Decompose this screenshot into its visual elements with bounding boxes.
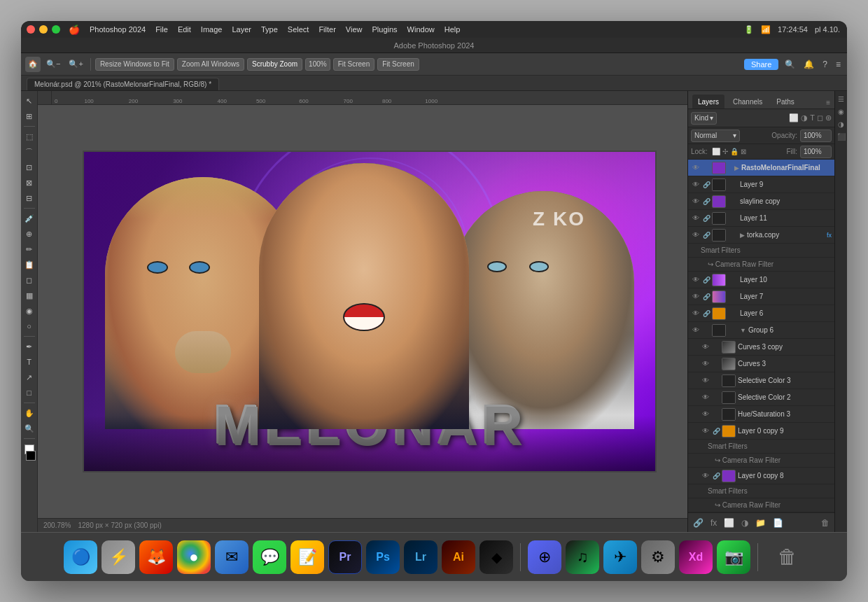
dock-discord[interactable]: ⊕ <box>528 540 561 574</box>
dock-settings[interactable]: ⚙ <box>641 540 675 574</box>
vis-19[interactable]: 👁 <box>701 471 710 481</box>
zoom-out-btn[interactable]: 🔍− <box>43 58 63 70</box>
vis-16[interactable]: 👁 <box>701 426 710 436</box>
panel-menu-icon[interactable]: ≡ <box>826 99 830 106</box>
layer-selcolor2[interactable]: 👁 Selective Color 2 <box>688 389 834 406</box>
healing-tool[interactable]: ⊕ <box>22 227 36 241</box>
group-arrow-0[interactable]: ▶ <box>734 164 739 172</box>
dock-finder[interactable]: 🔵 <box>64 540 97 574</box>
dock-lightroom[interactable]: Lr <box>404 540 438 574</box>
layers-icon[interactable]: ☰ <box>836 94 846 104</box>
dock-spotify[interactable]: ♫ <box>566 540 599 574</box>
filter-type-icon[interactable]: T <box>810 113 815 122</box>
group-arrow-10[interactable]: ▼ <box>740 327 746 334</box>
new-fill-adj-icon[interactable]: ◑ <box>739 517 750 529</box>
lock-position-icon[interactable]: ✢ <box>722 148 728 155</box>
dock-launchpad[interactable]: ⚡ <box>102 540 135 574</box>
filter-smart-icon[interactable]: ⊛ <box>825 113 832 122</box>
pen-tool[interactable]: ✒ <box>22 340 36 354</box>
layer-huesat3[interactable]: 👁 Hue/Saturation 3 <box>688 406 834 423</box>
dock-firefox[interactable]: 🦊 <box>139 540 173 574</box>
menu-layer[interactable]: Layer <box>227 24 255 35</box>
menu-view[interactable]: View <box>342 24 367 35</box>
dock-photoshop[interactable]: Ps <box>366 540 400 574</box>
smart-filters-1[interactable]: Smart Filters <box>688 244 834 258</box>
adjust-icon[interactable]: ◑ <box>836 119 846 129</box>
stamp-tool[interactable]: 📋 <box>22 258 36 272</box>
resize-windows-btn[interactable]: Resize Windows to Fit <box>95 58 174 71</box>
vis-14[interactable]: 👁 <box>701 393 710 402</box>
lock-pixels-icon[interactable]: ⬜ <box>712 148 720 155</box>
dock-trash[interactable]: 🗑 <box>771 540 804 574</box>
delete-layer-icon[interactable]: 🗑 <box>819 517 832 529</box>
notification-btn[interactable]: 🔔 <box>802 58 816 71</box>
blend-mode-select[interactable]: Normal ▾ <box>691 130 740 142</box>
menu-edit[interactable]: Edit <box>174 24 195 35</box>
vis-8[interactable]: 👁 <box>691 292 701 302</box>
close-button[interactable] <box>27 25 35 34</box>
vis-9[interactable]: 👁 <box>691 309 701 318</box>
menu-window[interactable]: Window <box>403 24 439 35</box>
group-arrow-4[interactable]: ▶ <box>740 232 745 239</box>
layer-9[interactable]: 👁 🔗 Layer 9 <box>688 176 834 193</box>
dock-notes[interactable]: 📝 <box>290 540 324 574</box>
vis-2[interactable]: 👁 <box>691 197 701 206</box>
fullscreen-button[interactable] <box>52 25 60 34</box>
share-button[interactable]: Share <box>744 59 778 70</box>
dock-illustrator[interactable]: Ai <box>442 540 475 574</box>
lock-all-icon[interactable]: 🔒 <box>730 148 738 155</box>
menu-plugins[interactable]: Plugins <box>368 24 402 35</box>
layer-10[interactable]: 👁 🔗 Layer 10 <box>688 272 834 288</box>
fill-value[interactable]: 100% <box>800 146 832 158</box>
crop-tool[interactable]: ⊠ <box>22 176 36 190</box>
smart-filters-3[interactable]: Smart Filters <box>688 484 834 498</box>
dock-telegram[interactable]: ✈ <box>603 540 637 574</box>
filter-shape-icon[interactable]: ◻ <box>817 113 823 122</box>
layer-0copy8[interactable]: 👁 🔗 Layer 0 copy 8 <box>688 468 834 484</box>
gradient-tool[interactable]: ▦ <box>22 288 36 302</box>
object-select-tool[interactable]: ⊡ <box>22 160 36 174</box>
artboard-tool[interactable]: ⊞ <box>22 109 36 123</box>
canvas-image[interactable]: Z KO MELONÁR <box>83 150 657 472</box>
layer-selcolor3[interactable]: 👁 Selective Color 3 <box>688 372 834 389</box>
vis-13[interactable]: 👁 <box>701 376 710 386</box>
camera-raw-2[interactable]: ↪ Camera Raw Filter <box>688 454 834 468</box>
layer-11[interactable]: 👁 🔗 Layer 11 <box>688 210 834 227</box>
dock-facetime[interactable]: 📷 <box>717 540 750 574</box>
tab-channels[interactable]: Channels <box>727 94 768 108</box>
tab-layers[interactable]: Layers <box>692 94 724 108</box>
zoom-all-btn[interactable]: Zoom All Windows <box>177 58 244 71</box>
vis-12[interactable]: 👁 <box>701 359 710 369</box>
layer-rastomelonartfinalfinal[interactable]: 👁 ▶ RastoMelonarFinalFinal <box>688 160 834 176</box>
more-options-btn[interactable]: ≡ <box>834 58 843 71</box>
background-color[interactable] <box>26 451 36 461</box>
dock-mail[interactable]: ✉ <box>215 540 248 574</box>
layer-7[interactable]: 👁 🔗 Layer 7 <box>688 288 834 305</box>
dock-chrome[interactable]: ● <box>177 540 211 574</box>
fit-screen2-btn[interactable]: Fit Screen <box>377 58 419 71</box>
dodge-tool[interactable]: ○ <box>22 319 36 333</box>
smart-filters-2[interactable]: Smart Filters <box>688 440 834 454</box>
layer-0copy9[interactable]: 👁 🔗 Layer 0 copy 9 <box>688 423 834 440</box>
eraser-tool[interactable]: ◻ <box>22 273 36 287</box>
menu-file[interactable]: File <box>151 24 172 35</box>
path-select-tool[interactable]: ↗ <box>22 370 36 384</box>
menu-photoshop[interactable]: Photoshop 2024 <box>85 24 150 35</box>
vis-1[interactable]: 👁 <box>691 180 701 190</box>
vis-3[interactable]: 👁 <box>691 214 701 223</box>
vis-4[interactable]: 👁 <box>691 230 701 240</box>
new-layer-icon[interactable]: 📄 <box>771 517 785 529</box>
eyedropper-tool[interactable]: 💉 <box>22 211 36 225</box>
vis-15[interactable]: 👁 <box>701 410 710 419</box>
dock-imessage[interactable]: 💬 <box>253 540 286 574</box>
menu-select[interactable]: Select <box>284 24 314 35</box>
zoom-tool[interactable]: 🔍 <box>22 421 36 435</box>
camera-raw-3[interactable]: ↪ Camera Raw Filter <box>688 498 834 512</box>
new-group-icon[interactable]: 📁 <box>753 517 768 529</box>
vis-10[interactable]: 👁 <box>691 326 701 335</box>
vis-11[interactable]: 👁 <box>701 342 710 352</box>
brush-tool[interactable]: ✏ <box>22 242 36 256</box>
shape-tool[interactable]: □ <box>22 386 36 400</box>
add-mask-icon[interactable]: ⬜ <box>722 517 736 529</box>
hand-tool[interactable]: ✋ <box>22 406 36 420</box>
